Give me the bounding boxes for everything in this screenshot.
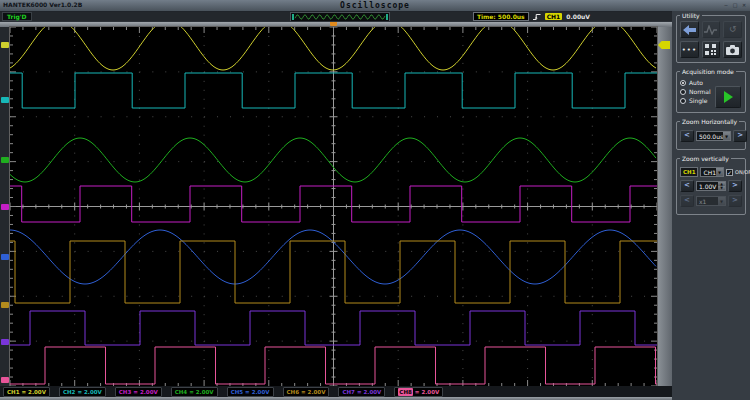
probe-select[interactable]: x1 ▼ <box>696 196 726 206</box>
spinner-arrows[interactable]: ▲▼ <box>718 182 725 190</box>
ch7-ground-marker[interactable] <box>1 339 9 345</box>
window-controls: ─ □ ✕ <box>723 2 747 8</box>
timebase-decrease-button[interactable]: < <box>680 130 694 142</box>
channel-select[interactable]: CH1 ▼ <box>700 167 724 177</box>
chevron-down-icon[interactable]: ▼ <box>718 197 725 205</box>
timebase-increase-button[interactable]: > <box>733 130 747 142</box>
trigger-level-readout: 0.00uV <box>566 13 590 20</box>
screenshot-button[interactable] <box>723 41 742 58</box>
channel-readout: = <box>301 388 306 396</box>
volts-increase-button[interactable]: > <box>728 180 742 192</box>
trigger-readouts: Time: 500.0us CH1 0.00uV <box>473 12 590 21</box>
channel-readout: = <box>133 388 138 396</box>
channel-onoff-checkbox[interactable]: ✓ <box>726 169 733 176</box>
ch6-ground-marker[interactable] <box>1 302 9 308</box>
ch2-ground-marker[interactable] <box>1 97 9 103</box>
chevron-down-icon[interactable]: ▼ <box>716 168 723 176</box>
utility-group: Utility ↺ ••• <box>676 15 746 63</box>
acquisition-options: AutoNormalSingle <box>680 79 714 104</box>
channel-readout: = <box>21 388 26 396</box>
channel-status-bar: CH1=2.00VCH2=2.00VCH3=2.00VCH4=2.00VCH5=… <box>0 386 672 397</box>
undo-button[interactable]: ↺ <box>723 21 742 38</box>
channel-readout: 2.00V <box>308 388 326 396</box>
timebase-value: 500.0us <box>697 133 723 140</box>
channel-readout: CH6 <box>287 388 299 396</box>
channel-readout: = <box>245 388 250 396</box>
oscilloscope-window: HANTEK6000 Ver1.0.2B Oscilloscope ─ □ ✕ … <box>0 0 750 400</box>
channel-readout: 2.00V <box>196 388 214 396</box>
channel-badge-ch5[interactable]: CH5=2.00V <box>227 387 274 397</box>
channel-badge-ch3[interactable]: CH3=2.00V <box>115 387 162 397</box>
radio-icon <box>680 89 686 95</box>
zoom-vertical-group: Zoom vertically CH1 CH1 ▼ ✓ ON/OFF < 1.0… <box>676 158 746 215</box>
waveform-button[interactable] <box>702 21 721 38</box>
volts-value: 1.00V <box>697 183 718 190</box>
active-channel-chip: CH1 <box>680 167 698 177</box>
ch3-ground-marker[interactable] <box>1 204 9 210</box>
channel-readout: CH7 <box>342 388 354 396</box>
probe-decrease-button[interactable]: < <box>680 195 694 207</box>
radio-label: Auto <box>689 79 703 86</box>
channel-readout: 2.00V <box>28 388 46 396</box>
ch5-ground-marker[interactable] <box>1 254 9 260</box>
channel-badge-ch1[interactable]: CH1=2.00V <box>3 387 50 397</box>
camera-icon <box>726 45 739 55</box>
zoom-horizontal-label: Zoom Horizontally <box>680 118 739 125</box>
channel-onoff-label: ON/OFF <box>735 169 750 175</box>
close-icon[interactable]: ✕ <box>741 2 747 8</box>
channel-badge-ch2[interactable]: CH2=2.00V <box>59 387 106 397</box>
trigger-level-marker[interactable] <box>658 41 670 49</box>
channel-readout: = <box>415 388 420 396</box>
channel-readout: 2.00V <box>421 388 439 396</box>
acquisition-group-label: Acquisition mode <box>680 68 736 75</box>
trigger-source-badge[interactable]: CH1 <box>545 13 563 20</box>
ch4-ground-marker[interactable] <box>1 157 9 163</box>
channel-readout: CH1 <box>7 388 19 396</box>
trigger-edge-icon <box>533 13 541 21</box>
maximize-icon[interactable]: □ <box>732 2 738 8</box>
ch8-ground-marker[interactable] <box>1 377 9 383</box>
minimize-icon[interactable]: ─ <box>723 2 729 8</box>
page-title: Oscilloscope <box>0 1 750 10</box>
timebase-readout: Time: 500.0us <box>473 12 529 21</box>
waveform-icon <box>704 25 717 35</box>
channel-badge-ch7[interactable]: CH7=2.00V <box>338 387 385 397</box>
channel-badge-ch8[interactable]: CH8=2.00V <box>394 387 443 397</box>
radio-single[interactable]: Single <box>680 97 714 104</box>
back-arrow-icon <box>683 25 696 35</box>
channel-readout: CH5 <box>231 388 243 396</box>
radio-normal[interactable]: Normal <box>680 88 714 95</box>
run-stop-button[interactable] <box>715 86 741 108</box>
control-sidebar: Utility ↺ ••• <box>672 11 750 400</box>
timebase-select[interactable]: 500.0us ▼ <box>696 131 731 141</box>
ch1-ground-marker[interactable] <box>1 42 9 48</box>
channel-readout: = <box>77 388 82 396</box>
channel-readout: 2.00V <box>84 388 102 396</box>
qrcode-button[interactable] <box>702 41 721 58</box>
channel-readout: CH3 <box>119 388 131 396</box>
channel-badge-ch4[interactable]: CH4=2.00V <box>171 387 218 397</box>
trigger-status: Trig'D <box>2 12 32 21</box>
channel-readout: = <box>189 388 194 396</box>
radio-icon <box>680 98 686 104</box>
play-icon <box>724 91 733 103</box>
channel-readout: 2.00V <box>364 388 382 396</box>
chevron-down-icon[interactable]: ▼ <box>723 132 730 140</box>
radio-auto[interactable]: Auto <box>680 79 714 86</box>
channel-readout: CH8 <box>398 388 412 396</box>
radio-icon <box>680 80 686 86</box>
probe-increase-button[interactable]: > <box>728 195 742 207</box>
probe-value: x1 <box>697 198 718 205</box>
back-button[interactable] <box>680 21 699 38</box>
volts-decrease-button[interactable]: < <box>680 180 694 192</box>
more-button[interactable]: ••• <box>680 41 699 58</box>
channel-readout: CH4 <box>175 388 187 396</box>
channel-readout: 2.00V <box>140 388 158 396</box>
channel-readout: = <box>357 388 362 396</box>
volts-spinner[interactable]: 1.00V ▲▼ <box>696 181 726 191</box>
channel-readout: 2.00V <box>252 388 270 396</box>
channel-badge-ch6[interactable]: CH6=2.00V <box>283 387 330 397</box>
undo-icon: ↺ <box>729 25 737 34</box>
vertical-scrollbar[interactable] <box>658 27 672 386</box>
toolbar: Trig'D Time: 500.0us CH1 0.00uV <box>0 12 672 21</box>
